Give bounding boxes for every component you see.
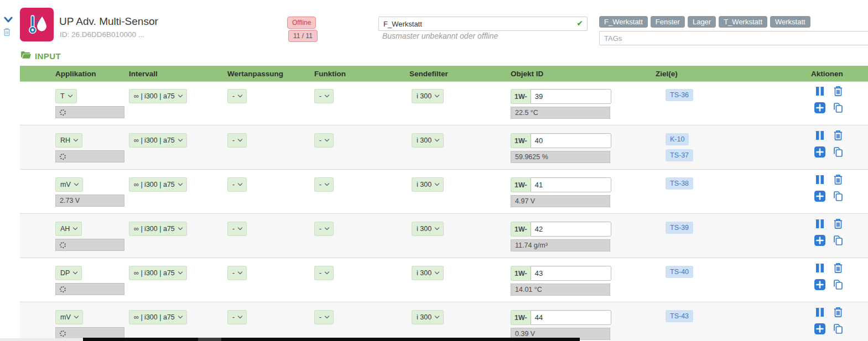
- intervall-select[interactable]: ∞ | i300 | a75: [129, 266, 187, 280]
- pause-button[interactable]: [814, 130, 825, 141]
- pause-button[interactable]: [814, 86, 825, 97]
- funktion-select[interactable]: -: [314, 310, 334, 324]
- ziel-badge[interactable]: K-10: [666, 133, 689, 145]
- applikation-select[interactable]: RH: [55, 133, 82, 148]
- applikation-value-bar: [55, 150, 124, 162]
- objekt-id-input[interactable]: [531, 133, 611, 148]
- sendefilter-select[interactable]: i 300: [412, 177, 444, 192]
- tag-badge[interactable]: Werkstatt: [770, 16, 810, 28]
- ziel-badge[interactable]: TS-39: [666, 222, 693, 234]
- input-section-header[interactable]: INPUT: [20, 51, 61, 61]
- pause-button[interactable]: [814, 174, 825, 185]
- chevron-down-icon: [178, 93, 183, 97]
- objekt-id-input[interactable]: [531, 310, 611, 325]
- objekt-id-input[interactable]: [531, 266, 611, 281]
- ziel-badge[interactable]: TS-38: [666, 177, 693, 190]
- add-row-button[interactable]: [814, 102, 825, 113]
- funktion-select[interactable]: -: [314, 89, 334, 103]
- ziele-cell: TS-39: [656, 214, 811, 258]
- copy-row-button[interactable]: [833, 102, 844, 113]
- funktion-select[interactable]: -: [314, 222, 334, 236]
- wertanpassung-select[interactable]: -: [227, 89, 247, 103]
- intervall-select-value: ∞ | i300 | a75: [134, 92, 175, 100]
- bottom-edge-dark-segment: [198, 338, 221, 341]
- sendefilter-select[interactable]: i 300: [412, 310, 444, 324]
- copy-row-button[interactable]: [833, 279, 844, 290]
- add-row-button[interactable]: [814, 146, 825, 158]
- sendefilter-select[interactable]: i 300: [412, 266, 444, 280]
- applikation-select[interactable]: mV: [55, 310, 83, 324]
- intervall-select[interactable]: ∞ | i300 | a75: [129, 89, 187, 103]
- copy-row-button[interactable]: [833, 146, 844, 158]
- funktion-select[interactable]: -: [314, 133, 334, 148]
- ziel-badge[interactable]: TS-43: [666, 310, 693, 322]
- collapse-chevron-icon[interactable]: [4, 15, 13, 25]
- chevron-down-icon: [238, 137, 242, 141]
- applikation-live-value: 2.73 V: [60, 195, 80, 206]
- tags-input[interactable]: [599, 31, 868, 45]
- intervall-select[interactable]: ∞ | i300 | a75: [129, 222, 187, 236]
- sendefilter-select-value: i 300: [417, 313, 432, 321]
- sendefilter-select[interactable]: i 300: [412, 133, 444, 148]
- intervall-select[interactable]: ∞ | i300 | a75: [129, 310, 187, 324]
- delete-row-button[interactable]: [833, 307, 844, 318]
- sendefilter-select-value: i 300: [417, 137, 432, 144]
- objekt-id-input[interactable]: [531, 89, 611, 104]
- funktion-select-value: -: [319, 181, 321, 188]
- wertanpassung-select[interactable]: -: [227, 266, 247, 280]
- table-row: mV ∞ | i300 | a75 - -: [20, 302, 868, 341]
- tag-badge[interactable]: Fenster: [651, 16, 685, 28]
- add-row-button[interactable]: [814, 191, 825, 202]
- wertanpassung-select[interactable]: -: [227, 177, 247, 192]
- intervall-select[interactable]: ∞ | i300 | a75: [129, 133, 187, 148]
- delete-row-button[interactable]: [833, 218, 844, 229]
- chevron-down-icon: [178, 181, 183, 186]
- applikation-select-value: mV: [60, 313, 71, 321]
- chevron-down-icon: [74, 314, 79, 318]
- applikation-select[interactable]: DP: [55, 266, 82, 280]
- delete-device-button[interactable]: [3, 28, 11, 39]
- delete-row-button[interactable]: [833, 174, 844, 185]
- pause-button[interactable]: [814, 307, 825, 318]
- funktion-select[interactable]: -: [314, 177, 334, 192]
- delete-row-button[interactable]: [833, 86, 844, 97]
- copy-row-button[interactable]: [833, 191, 844, 202]
- add-row-button[interactable]: [814, 279, 825, 290]
- tag-badge[interactable]: T_Werkstatt: [719, 16, 767, 28]
- applikation-select[interactable]: AH: [55, 222, 82, 236]
- ziel-badge[interactable]: TS-37: [666, 149, 693, 161]
- chevron-down-icon: [74, 181, 79, 186]
- ziel-badge[interactable]: TS-36: [666, 89, 693, 101]
- device-name-input[interactable]: [378, 17, 588, 31]
- loading-spinner-icon: [60, 286, 66, 292]
- chevron-down-icon: [435, 181, 439, 186]
- ziel-badge[interactable]: TS-40: [666, 266, 693, 278]
- intervall-select[interactable]: ∞ | i300 | a75: [129, 177, 187, 192]
- wertanpassung-select[interactable]: -: [227, 133, 247, 148]
- delete-row-button[interactable]: [833, 130, 844, 141]
- loading-spinner-icon: [60, 242, 66, 248]
- applikation-select[interactable]: T: [55, 89, 77, 103]
- copy-row-button[interactable]: [833, 235, 844, 246]
- sendefilter-select[interactable]: i 300: [412, 222, 444, 236]
- applikation-value-bar: [55, 106, 124, 118]
- applikation-select[interactable]: mV: [55, 177, 83, 192]
- intervall-select-value: ∞ | i300 | a75: [134, 181, 175, 188]
- chevron-down-icon: [178, 314, 183, 318]
- tag-badge[interactable]: F_Werkstatt: [599, 16, 648, 28]
- objekt-id-input[interactable]: [531, 222, 611, 237]
- pause-button[interactable]: [814, 218, 825, 229]
- funktion-select[interactable]: -: [314, 266, 334, 280]
- sendefilter-select[interactable]: i 300: [412, 89, 444, 103]
- ziele-cell: K-10TS-37: [656, 125, 811, 169]
- pause-button[interactable]: [814, 263, 825, 274]
- objekt-live-value: 11.74 g/m³: [515, 240, 548, 251]
- tag-badge[interactable]: Lager: [688, 16, 716, 28]
- add-row-button[interactable]: [814, 323, 825, 334]
- wertanpassung-select[interactable]: -: [227, 310, 247, 324]
- delete-row-button[interactable]: [833, 263, 844, 274]
- copy-row-button[interactable]: [833, 323, 844, 334]
- add-row-button[interactable]: [814, 235, 825, 246]
- wertanpassung-select[interactable]: -: [227, 222, 247, 236]
- objekt-id-input[interactable]: [531, 177, 611, 192]
